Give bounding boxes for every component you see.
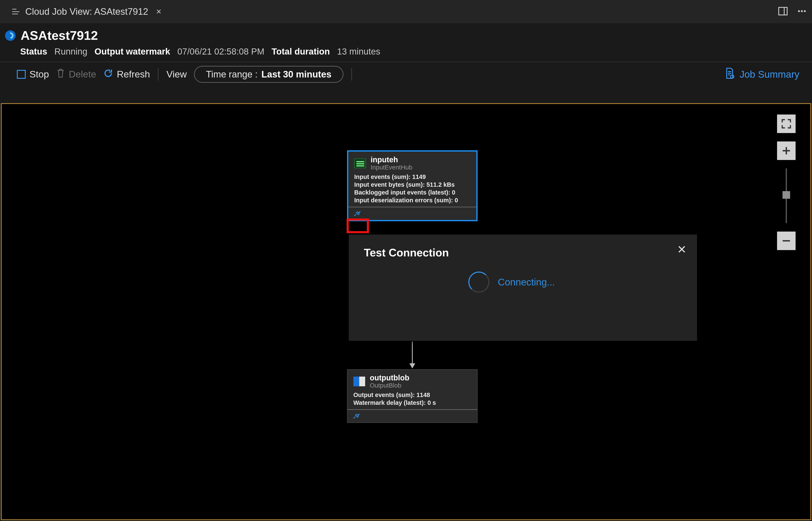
- dialog-title: Test Connection: [364, 246, 682, 259]
- node-output-name: outputblob: [370, 374, 409, 382]
- delete-label: Delete: [69, 69, 96, 80]
- node-output-metrics: Output events (sum): 1148 Watermark dela…: [353, 391, 471, 406]
- watermark-value: 07/06/21 02:58:08 PM: [177, 47, 264, 56]
- toolbar: Stop Delete Refresh View Time range : L: [0, 62, 812, 87]
- job-status-row: Status Running Output watermark 07/06/21…: [5, 47, 799, 56]
- toolbar-divider: [158, 68, 158, 81]
- time-range-value: Last 30 minutes: [261, 69, 332, 80]
- metric-input-bytes: Input event bytes (sum): 511.2 kBs: [354, 181, 470, 188]
- tab-bar: Cloud Job View: ASAtest7912 ×: [0, 0, 812, 23]
- job-header: ASAtest7912 Status Running Output waterm…: [0, 23, 812, 62]
- test-connection-dialog: ✕ Test Connection Connecting...: [349, 234, 697, 341]
- blob-icon: [353, 377, 365, 386]
- refresh-label: Refresh: [117, 69, 150, 80]
- dialog-close-icon[interactable]: ✕: [677, 243, 686, 256]
- node-input-metrics: Input events (sum): 1149 Input event byt…: [354, 174, 470, 204]
- svg-point-3: [801, 10, 803, 12]
- metric-input-events: Input events (sum): 1149: [354, 174, 470, 180]
- svg-point-2: [798, 10, 800, 12]
- test-connection-button-output[interactable]: [351, 411, 362, 422]
- time-range-label: Time range :: [206, 69, 257, 80]
- job-summary-button[interactable]: Job Summary: [724, 67, 799, 82]
- stop-label: Stop: [29, 69, 49, 80]
- split-panel-icon[interactable]: [778, 6, 788, 17]
- refresh-icon: [104, 68, 113, 81]
- duration-value: 13 minutes: [337, 47, 380, 56]
- node-output[interactable]: outputblob OutputBlob Output events (sum…: [347, 369, 478, 423]
- connector-arrow: [412, 341, 413, 368]
- view-button[interactable]: View: [166, 69, 187, 80]
- stop-icon: [17, 70, 26, 79]
- job-name: ASAtest7912: [21, 28, 98, 43]
- tab-title: Cloud Job View: ASAtest7912: [25, 6, 148, 17]
- refresh-button[interactable]: Refresh: [104, 68, 150, 81]
- eventhub-icon: [354, 159, 366, 168]
- zoom-slider-thumb[interactable]: [783, 191, 790, 199]
- zoom-controls: [777, 114, 795, 250]
- diagram-canvas[interactable]: inputeh InputEventHub Input events (sum)…: [1, 103, 811, 520]
- duration-label: Total duration: [272, 47, 330, 56]
- status-value: Running: [54, 47, 87, 56]
- tab-cloud-job-view[interactable]: Cloud Job View: ASAtest7912 ×: [8, 4, 167, 19]
- node-input-type: InputEventHub: [370, 164, 412, 171]
- svg-point-4: [804, 10, 806, 12]
- doc-lines-icon: [12, 9, 19, 14]
- test-connection-button[interactable]: [352, 208, 363, 219]
- svg-rect-0: [779, 7, 787, 15]
- trash-icon: [56, 68, 65, 81]
- zoom-slider[interactable]: [786, 168, 787, 223]
- metric-input-errors: Input deserialization errors (sum): 0: [354, 197, 470, 204]
- job-icon: [5, 30, 16, 41]
- node-output-type: OutputBlob: [370, 382, 409, 389]
- job-summary-icon: [724, 67, 735, 82]
- metric-output-events: Output events (sum): 1148: [353, 391, 471, 399]
- status-label: Status: [20, 47, 47, 56]
- close-icon[interactable]: ×: [154, 6, 164, 17]
- stop-button[interactable]: Stop: [17, 69, 49, 80]
- watermark-label: Output watermark: [94, 47, 170, 56]
- time-range-pill[interactable]: Time range : Last 30 minutes: [194, 66, 343, 83]
- toolbar-divider-2: [352, 68, 352, 81]
- job-summary-label: Job Summary: [740, 69, 799, 80]
- more-icon[interactable]: [797, 6, 807, 17]
- node-input[interactable]: inputeh InputEventHub Input events (sum)…: [347, 150, 478, 221]
- metric-input-backlog: Backlogged input events (latest): 0: [354, 189, 470, 196]
- metric-output-delay: Watermark delay (latest): 0 s: [353, 399, 471, 406]
- view-label: View: [166, 69, 187, 80]
- zoom-fit-button[interactable]: [777, 114, 795, 133]
- spinner-icon: [468, 272, 489, 293]
- dialog-status: Connecting...: [498, 276, 555, 288]
- zoom-in-button[interactable]: [777, 141, 795, 160]
- node-input-name: inputeh: [370, 156, 412, 164]
- zoom-out-button[interactable]: [777, 231, 795, 250]
- delete-button[interactable]: Delete: [56, 68, 96, 81]
